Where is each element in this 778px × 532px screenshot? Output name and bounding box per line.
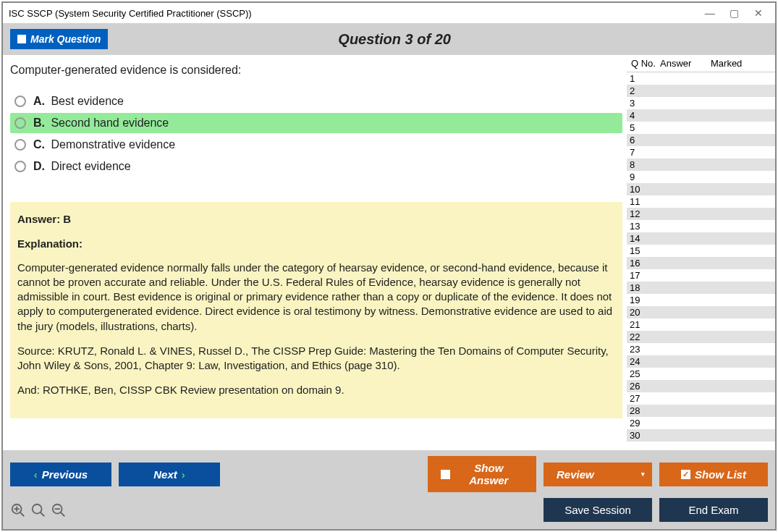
svg-line-1 — [20, 512, 25, 516]
explanation-para: Source: KRUTZ, Ronald L. & VINES, Russel… — [17, 344, 615, 373]
explanation-para: And: ROTHKE, Ben, CISSP CBK Review prese… — [17, 383, 615, 397]
save-session-label: Save Session — [565, 504, 631, 516]
question-row[interactable]: 20 — [627, 306, 775, 318]
radio-icon — [14, 139, 26, 151]
footer-row-2: Save Session End Exam — [10, 498, 768, 522]
question-row[interactable]: 12 — [627, 208, 775, 220]
answer-option[interactable]: C. Demonstrative evidence — [10, 135, 622, 155]
question-row[interactable]: 28 — [627, 405, 775, 417]
question-row[interactable]: 21 — [627, 318, 775, 331]
option-text: A. Best evidence — [33, 95, 124, 108]
question-row[interactable]: 22 — [627, 331, 775, 343]
checkbox-checked-icon — [681, 470, 690, 479]
chevron-left-icon: ‹ — [34, 468, 38, 481]
next-label: Next — [153, 468, 177, 481]
answer-option[interactable]: B. Second hand evidence — [10, 113, 622, 133]
window-controls: — ▢ ✕ — [699, 7, 769, 19]
question-row[interactable]: 7 — [627, 146, 775, 159]
question-row[interactable]: 8 — [627, 159, 775, 171]
option-text: B. Second hand evidence — [33, 117, 169, 130]
question-row[interactable]: 9 — [627, 171, 775, 183]
question-row[interactable]: 16 — [627, 257, 775, 269]
footer-row-1: ‹ Previous Next › Show Answer Review ▾ S… — [10, 456, 768, 492]
zoom-reset-icon[interactable] — [30, 502, 46, 518]
question-text: Computer-generated evidence is considere… — [10, 64, 622, 77]
col-answer: Answer — [660, 58, 711, 69]
col-marked: Marked — [711, 58, 754, 69]
col-qno: Q No. — [628, 58, 660, 69]
svg-line-5 — [41, 512, 45, 516]
svg-line-7 — [61, 512, 65, 516]
question-counter: Question 3 of 20 — [21, 31, 768, 48]
maximize-icon[interactable]: ▢ — [723, 7, 745, 19]
question-row[interactable]: 27 — [627, 392, 775, 405]
previous-button[interactable]: ‹ Previous — [10, 463, 111, 486]
question-row[interactable]: 5 — [627, 122, 775, 134]
zoom-controls — [10, 502, 67, 518]
zoom-out-icon[interactable] — [51, 502, 67, 518]
question-row[interactable]: 4 — [627, 109, 775, 122]
next-button[interactable]: Next › — [119, 463, 220, 486]
question-list-panel: Q No. Answer Marked 12345678910111213141… — [627, 55, 775, 450]
header-bar: Mark Question Question 3 of 20 — [3, 23, 775, 55]
review-label: Review — [557, 468, 594, 481]
minimize-icon[interactable]: — — [699, 7, 721, 19]
explanation-heading: Explanation: — [17, 237, 615, 251]
app-window: ISC SSCP (System Security Certified Prac… — [1, 1, 777, 531]
footer: ‹ Previous Next › Show Answer Review ▾ S… — [3, 450, 775, 529]
end-exam-button[interactable]: End Exam — [659, 498, 768, 522]
save-session-button[interactable]: Save Session — [544, 498, 652, 522]
explanation-para: Computer-generated evidence normally fal… — [17, 261, 615, 334]
explanation-box: Answer: B Explanation: Computer-generate… — [10, 202, 622, 418]
review-button[interactable]: Review ▾ — [544, 463, 652, 486]
question-row[interactable]: 14 — [627, 232, 775, 245]
svg-point-4 — [33, 504, 42, 513]
radio-icon — [14, 117, 26, 129]
previous-label: Previous — [42, 468, 88, 481]
question-row[interactable]: 23 — [627, 343, 775, 355]
question-row[interactable]: 19 — [627, 294, 775, 306]
radio-icon — [14, 161, 26, 172]
question-row[interactable]: 10 — [627, 183, 775, 195]
question-row[interactable]: 29 — [627, 417, 775, 429]
radio-icon — [14, 96, 26, 107]
zoom-in-icon[interactable] — [10, 502, 26, 518]
answer-label: Answer: B — [17, 212, 615, 227]
checkbox-icon — [441, 470, 450, 479]
answer-option[interactable]: D. Direct evidence — [10, 156, 622, 177]
answer-option[interactable]: A. Best evidence — [10, 91, 622, 111]
question-row[interactable]: 24 — [627, 355, 775, 368]
list-body[interactable]: 1234567891011121314151617181920212223242… — [627, 72, 775, 450]
show-answer-label: Show Answer — [454, 462, 523, 486]
question-row[interactable]: 2 — [627, 85, 775, 97]
question-row[interactable]: 13 — [627, 220, 775, 232]
show-list-button[interactable]: Show List — [659, 463, 768, 486]
list-header: Q No. Answer Marked — [627, 55, 775, 72]
close-icon[interactable]: ✕ — [748, 7, 769, 19]
show-answer-button[interactable]: Show Answer — [428, 456, 536, 492]
question-row[interactable]: 15 — [627, 245, 775, 257]
show-list-label: Show List — [695, 468, 746, 481]
question-row[interactable]: 25 — [627, 368, 775, 380]
window-title: ISC SSCP (System Security Certified Prac… — [9, 8, 252, 19]
question-row[interactable]: 18 — [627, 282, 775, 294]
question-row[interactable]: 6 — [627, 134, 775, 146]
dropdown-icon: ▾ — [641, 470, 645, 478]
question-row[interactable]: 17 — [627, 269, 775, 282]
chevron-right-icon: › — [182, 468, 185, 481]
options-container: A. Best evidenceB. Second hand evidenceC… — [10, 91, 622, 177]
question-row[interactable]: 26 — [627, 380, 775, 392]
question-row[interactable]: 11 — [627, 195, 775, 208]
end-exam-label: End Exam — [688, 504, 738, 516]
option-text: D. Direct evidence — [33, 160, 131, 173]
main-area: Computer-generated evidence is considere… — [3, 55, 775, 450]
option-text: C. Demonstrative evidence — [33, 138, 175, 151]
question-row[interactable]: 1 — [627, 72, 775, 85]
question-panel: Computer-generated evidence is considere… — [3, 55, 627, 450]
question-row[interactable]: 3 — [627, 97, 775, 109]
question-row[interactable]: 30 — [627, 429, 775, 442]
titlebar: ISC SSCP (System Security Certified Prac… — [3, 3, 775, 23]
